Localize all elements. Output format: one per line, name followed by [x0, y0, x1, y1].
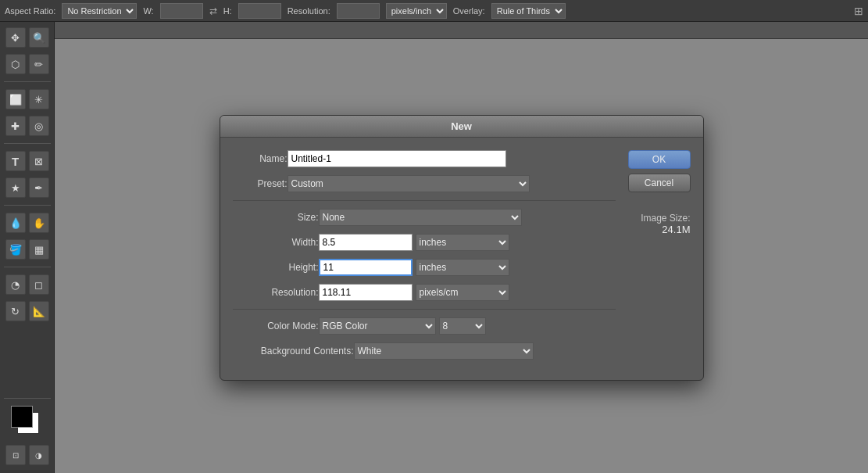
- main-toolbar: Aspect Ratio: No Restriction Original Ra…: [0, 0, 868, 22]
- tool-row-2: ⬡ ✏: [0, 52, 54, 76]
- preset-row: Preset: Custom Letter Legal A4 US Paper …: [233, 175, 616, 192]
- tool-row-7: 💧 ✋: [0, 211, 54, 235]
- resolution-field-label: Resolution:: [233, 287, 319, 298]
- cancel-button[interactable]: Cancel: [628, 174, 691, 192]
- dialog-overlay: New Name: Preset: Cu: [55, 22, 868, 473]
- lasso-tool-btn[interactable]: ⬡: [5, 54, 26, 74]
- canvas-area: New Name: Preset: Cu: [55, 22, 868, 473]
- mode-row: ⊡ ◑: [2, 443, 52, 467]
- main-area: ✥ 🔍 ⬡ ✏ ⬜ ✳ ✚ ◎ T ⊠ ★ ✒ 💧 ✋ �: [0, 22, 868, 473]
- sidebar-divider-1: [4, 81, 51, 82]
- screen-mode-btn[interactable]: ⊡: [5, 445, 26, 465]
- zoom-tool-btn[interactable]: 🔍: [29, 27, 49, 48]
- tool-row-10: ↻ 📐: [0, 299, 54, 323]
- bg-contents-select[interactable]: White Background Color Transparent: [354, 342, 534, 360]
- dialog-buttons-area: OK Cancel Image Size: 24.1M: [628, 150, 691, 367]
- height-row: Height: inches pixels cm mm: [233, 259, 616, 276]
- resolution-field-unit-select[interactable]: pixels/cm pixels/inch: [416, 284, 509, 301]
- gradient-tool-btn[interactable]: ▦: [29, 239, 49, 260]
- shape-tool-btn[interactable]: ★: [5, 177, 26, 198]
- tool-row-3: ⬜ ✳: [0, 88, 54, 111]
- aspect-ratio-label: Aspect Ratio:: [5, 6, 55, 16]
- resolution-unit-select[interactable]: pixels/inch pixels/cm: [386, 3, 447, 19]
- dodge-tool-btn[interactable]: ◔: [5, 274, 26, 295]
- image-size-label: Image Size:: [628, 213, 691, 224]
- tool-row-5: T ⊠: [0, 149, 54, 173]
- w-label: W:: [143, 6, 153, 16]
- bit-depth-select[interactable]: 8 16 32: [439, 317, 486, 335]
- paint-bucket-tool-btn[interactable]: 🪣: [5, 239, 26, 260]
- resolution-label: Resolution:: [288, 6, 330, 16]
- height-input[interactable]: [319, 259, 413, 276]
- magic-wand-tool-btn[interactable]: ✳: [29, 89, 49, 109]
- divider-1: [233, 200, 616, 201]
- brush-tool-btn[interactable]: ✏: [29, 54, 49, 74]
- eraser-tool-btn[interactable]: ◻: [29, 274, 49, 295]
- preset-select[interactable]: Custom Letter Legal A4 US Paper Web: [288, 175, 530, 192]
- resolution-field-input[interactable]: [319, 284, 413, 301]
- bg-contents-label: Background Contents:: [233, 346, 354, 357]
- foreground-color-swatch[interactable]: [11, 406, 33, 428]
- dialog-title: New: [451, 120, 472, 132]
- panel-toggle-icon[interactable]: ⊞: [854, 5, 863, 17]
- toolbox-sidebar: ✥ 🔍 ⬡ ✏ ⬜ ✳ ✚ ◎ T ⊠ ★ ✒ 💧 ✋ �: [0, 22, 55, 473]
- tool-row-8: 🪣 ▦: [0, 238, 54, 261]
- sidebar-divider-2: [4, 143, 51, 144]
- height-label: Height:: [233, 262, 319, 273]
- measure-tool-btn[interactable]: 📐: [29, 301, 49, 321]
- hand-tool-btn[interactable]: ✋: [29, 213, 49, 233]
- swap-icon[interactable]: ⇄: [209, 5, 217, 16]
- ok-button[interactable]: OK: [628, 150, 691, 169]
- size-row: Size: None Letter Legal A4 A3: [233, 209, 616, 226]
- width-input[interactable]: [319, 234, 413, 251]
- dialog-title-bar: New: [220, 116, 703, 138]
- aspect-ratio-select[interactable]: No Restriction Original Ratio 1:1 4:3 16…: [62, 3, 137, 19]
- image-size-area: Image Size: 24.1M: [628, 213, 691, 235]
- width-label: Width:: [233, 237, 319, 248]
- bg-contents-row: Background Contents: White Background Co…: [233, 342, 616, 360]
- color-mode-row: Color Mode: RGB Color CMYK Color Graysca…: [233, 317, 616, 335]
- move-tool-btn[interactable]: ✥: [5, 27, 26, 48]
- healing-tool-btn[interactable]: ✚: [5, 116, 26, 136]
- transform-tool-btn[interactable]: ⊠: [29, 151, 49, 171]
- tool-row-6: ★ ✒: [0, 176, 54, 199]
- text-tool-btn[interactable]: T: [5, 151, 26, 171]
- resolution-row: Resolution: pixels/cm pixels/inch: [233, 284, 616, 301]
- tool-row-1: ✥ 🔍: [0, 26, 54, 49]
- size-select[interactable]: None Letter Legal A4 A3: [319, 209, 522, 226]
- w-input[interactable]: [160, 3, 203, 19]
- name-row: Name:: [233, 150, 616, 167]
- marquee-tool-btn[interactable]: ⬜: [5, 89, 26, 109]
- color-mode-label: Color Mode:: [233, 321, 319, 331]
- resolution-input[interactable]: [337, 3, 380, 19]
- tool-row-9: ◔ ◻: [0, 273, 54, 296]
- new-document-dialog: New Name: Preset: Cu: [220, 115, 704, 381]
- dialog-body: Name: Preset: Custom Letter Legal A4: [220, 138, 703, 380]
- name-label: Name:: [233, 153, 288, 164]
- preset-label: Preset:: [233, 178, 288, 189]
- tool-row-4: ✚ ◎: [0, 114, 54, 138]
- sidebar-bottom: ⊡ ◑: [2, 396, 52, 473]
- divider-2: [233, 309, 616, 310]
- sidebar-divider-3: [4, 205, 51, 206]
- dialog-fields: Name: Preset: Custom Letter Legal A4: [233, 150, 616, 367]
- image-size-value: 24.1M: [628, 224, 691, 235]
- h-label: H:: [223, 6, 232, 16]
- overlay-select[interactable]: Rule of Thirds Grid Diagonal Triangle Go…: [491, 3, 566, 19]
- eyedropper-tool-btn[interactable]: 💧: [5, 213, 26, 233]
- height-unit-select[interactable]: inches pixels cm mm: [416, 259, 509, 276]
- clone-tool-btn[interactable]: ◎: [29, 116, 49, 136]
- quick-mask-btn[interactable]: ◑: [29, 445, 49, 465]
- size-label: Size:: [233, 212, 319, 223]
- color-mode-select[interactable]: RGB Color CMYK Color Grayscale Lab Color: [319, 317, 436, 335]
- sidebar-divider-5: [4, 398, 51, 399]
- rotate-tool-btn[interactable]: ↻: [5, 301, 26, 321]
- h-input[interactable]: [238, 3, 281, 19]
- name-input[interactable]: [288, 150, 506, 167]
- color-swatch-area[interactable]: [11, 406, 44, 439]
- width-unit-select[interactable]: inches pixels cm mm: [416, 234, 509, 251]
- sidebar-divider-4: [4, 267, 51, 267]
- pen-tool-btn[interactable]: ✒: [29, 177, 49, 198]
- overlay-label: Overlay:: [453, 6, 485, 16]
- width-row: Width: inches pixels cm mm: [233, 234, 616, 251]
